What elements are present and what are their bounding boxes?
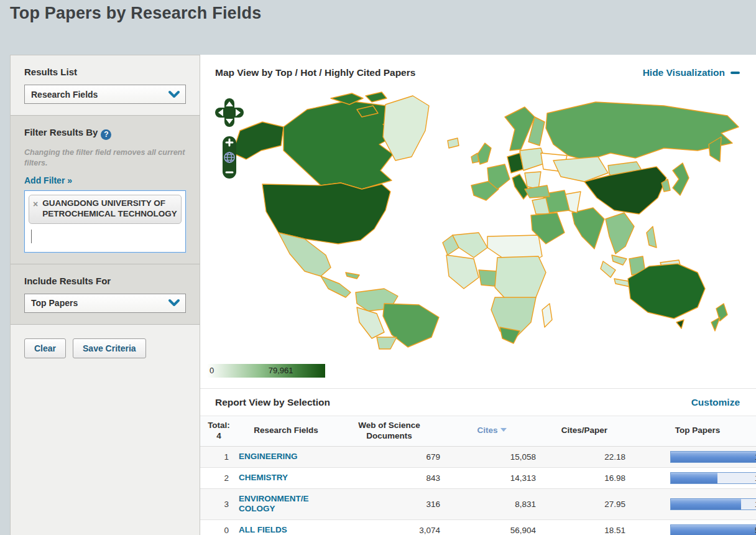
documents-value: 843	[334, 467, 444, 488]
cites-per-paper-value: 16.98	[540, 467, 629, 488]
sidebar-actions: Clear Save Criteria	[11, 325, 200, 372]
cites-per-paper-value: 27.95	[540, 488, 629, 520]
column-total: Total:4	[200, 416, 237, 447]
filter-note: Changing the filter field removes all cu…	[24, 147, 186, 169]
table-row: 2 CHEMISTRY 843 14,313 16.98 10	[200, 467, 756, 488]
cites-value: 15,058	[444, 446, 540, 467]
documents-value: 3,074	[334, 520, 444, 535]
chevron-down-icon	[168, 299, 180, 307]
table-row: 3 ENVIRONMENT/ECOLOGY 316 8,831 27.95 15	[200, 488, 756, 520]
column-research-fields[interactable]: Research Fields	[237, 416, 334, 447]
clear-button[interactable]: Clear	[24, 338, 66, 358]
table-row: 0 ALL FIELDS 3,074 56,904 18.51 59	[200, 520, 756, 535]
map-zoom-control[interactable]	[222, 136, 237, 179]
field-link[interactable]: ALL FIELDS	[239, 525, 287, 535]
choropleth-legend: 0 79,961	[207, 364, 325, 378]
top-papers-bar: 15	[670, 498, 756, 510]
map-pan-control[interactable]	[215, 98, 244, 128]
sort-descending-icon	[500, 428, 507, 432]
legend-max: 79,961	[269, 366, 293, 375]
results-list-section: Results List Research Fields	[11, 55, 200, 115]
main-panel: Map View by Top / Hot / Highly Cited Pap…	[200, 55, 756, 535]
results-list-selected-value: Research Fields	[31, 90, 168, 100]
map-view-title: Map View by Top / Hot / Highly Cited Pap…	[215, 67, 415, 78]
column-cites-sorted[interactable]: Cites	[444, 416, 540, 447]
top-papers-bar: 59	[670, 524, 756, 535]
include-results-dropdown[interactable]: Top Papers	[24, 294, 186, 313]
map-view-header: Map View by Top / Hot / Highly Cited Pap…	[200, 55, 756, 91]
column-wos-documents[interactable]: Web of Science Documents	[334, 416, 444, 447]
filter-tag[interactable]: × GUANGDONG UNIVERSITY OF PETROCHEMICAL …	[29, 195, 182, 224]
page-title: Top Papers by Research Fields	[10, 4, 261, 23]
cites-per-paper-value: 22.18	[540, 446, 629, 467]
results-list-heading: Results List	[24, 67, 186, 77]
table-row: 1 ENGINEERING 679 15,058 22.18 19	[200, 446, 756, 467]
filter-input-box[interactable]: × GUANGDONG UNIVERSITY OF PETROCHEMICAL …	[24, 190, 186, 253]
chevron-down-icon	[168, 90, 180, 99]
world-map[interactable]	[200, 91, 750, 350]
column-top-papers[interactable]: Top Papers	[629, 416, 756, 447]
top-papers-bar: 10	[670, 472, 756, 484]
report-view-header: Report View by Selection Customize	[200, 388, 756, 416]
help-icon[interactable]: ?	[101, 129, 111, 140]
column-cites-per-paper[interactable]: Cites/Paper	[540, 416, 629, 447]
row-rank: 2	[200, 467, 237, 488]
filter-section: Filter Results By? Changing the filter f…	[11, 115, 200, 264]
cites-value: 8,831	[444, 488, 540, 520]
add-filter-link[interactable]: Add Filter »	[24, 175, 72, 185]
results-table: Total:4 Research Fields Web of Science D…	[200, 416, 756, 535]
documents-value: 316	[334, 488, 444, 520]
filter-heading: Filter Results By?	[24, 127, 186, 140]
field-link[interactable]: ENGINEERING	[239, 452, 298, 462]
row-rank: 3	[200, 488, 237, 520]
remove-tag-icon[interactable]: ×	[33, 198, 38, 210]
include-results-selected-value: Top Papers	[31, 298, 168, 308]
field-link[interactable]: ENVIRONMENT/ECOLOGY	[239, 494, 313, 515]
filter-tag-label: GUANGDONG UNIVERSITY OF PETROCHEMICAL TE…	[42, 198, 177, 220]
cites-value: 56,904	[444, 520, 540, 535]
legend-min: 0	[210, 366, 214, 375]
cites-value: 14,313	[444, 467, 540, 488]
documents-value: 679	[334, 446, 444, 467]
customize-link[interactable]: Customize	[691, 397, 740, 408]
hide-visualization-link[interactable]: Hide Visualization	[643, 67, 740, 78]
results-list-dropdown[interactable]: Research Fields	[24, 85, 186, 104]
map-visualization[interactable]	[200, 91, 756, 350]
row-rank: 1	[200, 446, 237, 467]
report-view-title: Report View by Selection	[215, 397, 330, 408]
top-papers-bar: 19	[670, 451, 756, 463]
save-criteria-button[interactable]: Save Criteria	[73, 338, 146, 358]
text-cursor	[31, 230, 32, 243]
row-rank: 0	[200, 520, 237, 535]
table-header-row: Total:4 Research Fields Web of Science D…	[200, 416, 756, 447]
include-results-heading: Include Results For	[24, 276, 186, 286]
include-results-section: Include Results For Top Papers	[11, 264, 200, 325]
field-link[interactable]: CHEMISTRY	[239, 473, 288, 483]
minus-icon	[731, 72, 740, 74]
criteria-sidebar: Results List Research Fields Filter Resu…	[10, 55, 200, 535]
cites-per-paper-value: 18.51	[540, 520, 629, 535]
